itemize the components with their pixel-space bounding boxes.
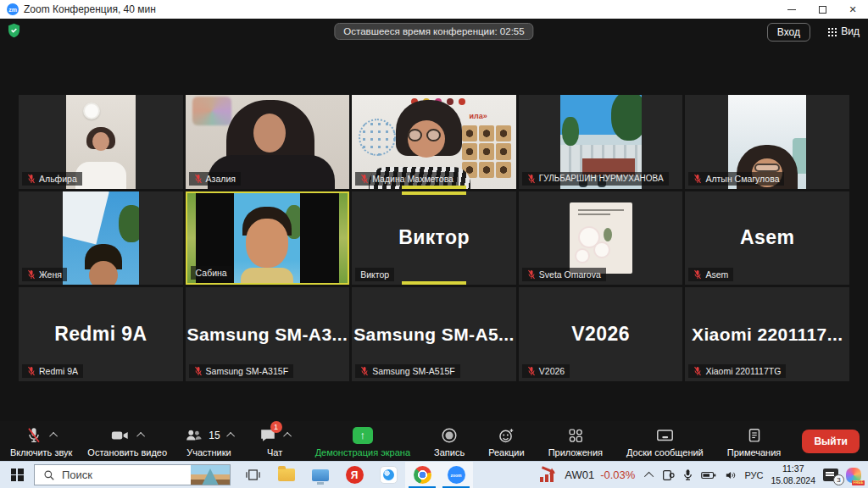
- window-titlebar: zm Zoom Конференция, 40 мин ✕: [0, 0, 868, 19]
- start-button[interactable]: [0, 462, 34, 488]
- tray-expand-chevron[interactable]: [644, 471, 654, 480]
- video-thumbnail: [234, 193, 300, 284]
- participant-tile-samsung-a3[interactable]: Samsung SM-A3... Samsung SM-A315F: [186, 287, 350, 381]
- display-app-button[interactable]: [303, 462, 337, 488]
- chrome-button[interactable]: [405, 462, 439, 488]
- search-highlight-image[interactable]: [191, 465, 230, 485]
- participant-tile-alfira[interactable]: Альфира: [19, 95, 183, 189]
- participant-tile-gulbarshin[interactable]: ГУЛЬБАРШИН НУРМУХАНОВА: [519, 95, 683, 189]
- audio-options-chevron[interactable]: [49, 432, 58, 441]
- participant-tile-azaliya[interactable]: Азалия: [186, 95, 350, 189]
- minimize-button[interactable]: [776, 0, 807, 19]
- free-app-icon[interactable]: FREE: [846, 468, 861, 483]
- participants-count: 15: [209, 430, 220, 441]
- view-button[interactable]: Вид: [827, 25, 860, 37]
- participant-tile-zhenya[interactable]: Женя: [19, 191, 183, 286]
- grid-view-icon: [827, 27, 837, 36]
- unmute-button[interactable]: Включить звук: [8, 425, 74, 458]
- active-audio-bar: [402, 281, 466, 285]
- notification-center-icon[interactable]: 3: [823, 469, 838, 481]
- share-screen-button[interactable]: ↑ Демонстрация экрана: [314, 425, 412, 458]
- participant-name-label: Азалия: [189, 172, 241, 186]
- device-icon[interactable]: [661, 469, 675, 482]
- active-audio-bar: [402, 191, 466, 195]
- meeting-timer-badge: Оставшееся время конференции: 02:55: [334, 23, 533, 40]
- participant-tile-asem[interactable]: Asem Asem: [685, 191, 849, 286]
- taskbar-search-input[interactable]: Поиск: [34, 464, 231, 485]
- participant-name-label: Мадина Махметова: [355, 172, 459, 186]
- participants-button[interactable]: 15 Участники: [181, 425, 236, 458]
- notes-button[interactable]: Примечания: [726, 425, 783, 458]
- task-view-button[interactable]: [236, 462, 270, 488]
- language-indicator[interactable]: РУС: [744, 470, 763, 480]
- search-icon: [43, 469, 55, 481]
- mic-muted-icon: [693, 366, 702, 376]
- news-and-interests-widget[interactable]: AW01 -0.03%: [530, 462, 645, 488]
- participant-tile-xiaomi[interactable]: Xiaomi 2201117... Xiaomi 2201117TG: [685, 287, 849, 381]
- participant-tile-altyn[interactable]: Алтын Смагулова: [685, 95, 849, 189]
- stock-ticker: AW01: [565, 469, 594, 481]
- notes-icon: [745, 426, 764, 445]
- participants-icon: [183, 426, 203, 445]
- chat-button[interactable]: 1 Чат: [257, 425, 293, 458]
- yandex-browser-button[interactable]: Я: [337, 462, 371, 488]
- clock[interactable]: 11:37 15.08.2024: [771, 463, 815, 485]
- participant-tile-sveta[interactable]: Sveta Omarova: [519, 191, 683, 286]
- windows-taskbar: Поиск Я zoom AW01 -0.03% РУС 11:37: [0, 461, 868, 488]
- stock-change: -0.03%: [600, 469, 635, 481]
- participant-name-label: Алтын Смагулова: [688, 172, 784, 186]
- maximize-button[interactable]: [807, 0, 837, 19]
- mic-muted-icon: [527, 174, 536, 184]
- zoom-taskbar-button[interactable]: zoom: [439, 462, 473, 488]
- whiteboards-button[interactable]: Доски сообщений: [625, 425, 705, 458]
- stop-video-button[interactable]: Остановить видео: [86, 425, 169, 458]
- folder-icon: [278, 469, 295, 481]
- microphone-tray-icon[interactable]: [682, 469, 693, 481]
- participants-chevron[interactable]: [226, 432, 235, 441]
- participant-tile-madina[interactable]: ила» Мадина Махметова: [352, 95, 516, 189]
- login-button[interactable]: Вход: [767, 23, 810, 42]
- free-badge: FREE: [852, 480, 865, 485]
- participant-tile-viktor[interactable]: Виктор Виктор: [352, 191, 516, 286]
- participant-name-label: Виктор: [355, 268, 394, 281]
- poster-text: ила»: [470, 112, 487, 120]
- whiteboard-icon: [654, 426, 676, 445]
- video-thumbnail: [63, 191, 139, 286]
- messenger-app-button[interactable]: [371, 462, 405, 488]
- task-view-icon: [245, 467, 261, 483]
- chat-chevron[interactable]: [283, 432, 292, 441]
- speaker-glow: [339, 193, 348, 284]
- close-button[interactable]: ✕: [837, 0, 868, 19]
- camera-icon: [109, 426, 131, 445]
- windows-logo-icon: [11, 469, 24, 481]
- window-controls: ✕: [776, 0, 868, 19]
- mic-muted-icon: [693, 269, 702, 280]
- active-audio-bar: [402, 186, 466, 189]
- participant-tile-redmi[interactable]: Redmi 9A Redmi 9A: [19, 287, 183, 381]
- participant-name-label: Samsung SM-A315F: [189, 364, 293, 378]
- wall-clock-shape: [83, 103, 100, 119]
- participant-tile-samsung-a5[interactable]: Samsung SM-A5... Samsung SM-A515F: [352, 287, 516, 381]
- stock-chart-down-icon: [540, 469, 559, 482]
- mic-muted-icon: [693, 174, 702, 184]
- file-explorer-button[interactable]: [270, 462, 303, 488]
- mic-muted-icon: [360, 366, 369, 376]
- meeting-toolbar: Включить звук Остановить видео 15 Участн…: [0, 421, 868, 461]
- participant-tile-sabina-active-speaker[interactable]: Сабина: [186, 191, 350, 286]
- reactions-button[interactable]: Реакции: [487, 425, 526, 458]
- security-shield-icon[interactable]: [7, 23, 21, 42]
- notification-count-badge: 3: [833, 474, 844, 485]
- participant-name-label: Сабина: [191, 266, 232, 280]
- search-placeholder: Поиск: [62, 469, 92, 481]
- apps-button[interactable]: Приложения: [547, 425, 604, 458]
- leave-meeting-button[interactable]: Выйти: [802, 430, 860, 453]
- mic-muted-icon: [27, 269, 36, 280]
- volume-icon[interactable]: [724, 469, 737, 481]
- video-options-chevron[interactable]: [136, 432, 145, 441]
- participant-tile-v2026[interactable]: V2026 V2026: [519, 287, 683, 381]
- share-screen-icon: ↑: [353, 427, 373, 444]
- battery-icon[interactable]: [701, 470, 716, 480]
- mic-muted-icon: [194, 366, 203, 376]
- record-button[interactable]: Запись: [432, 425, 466, 458]
- participant-name-label: Xiaomi 2201117TG: [688, 364, 786, 378]
